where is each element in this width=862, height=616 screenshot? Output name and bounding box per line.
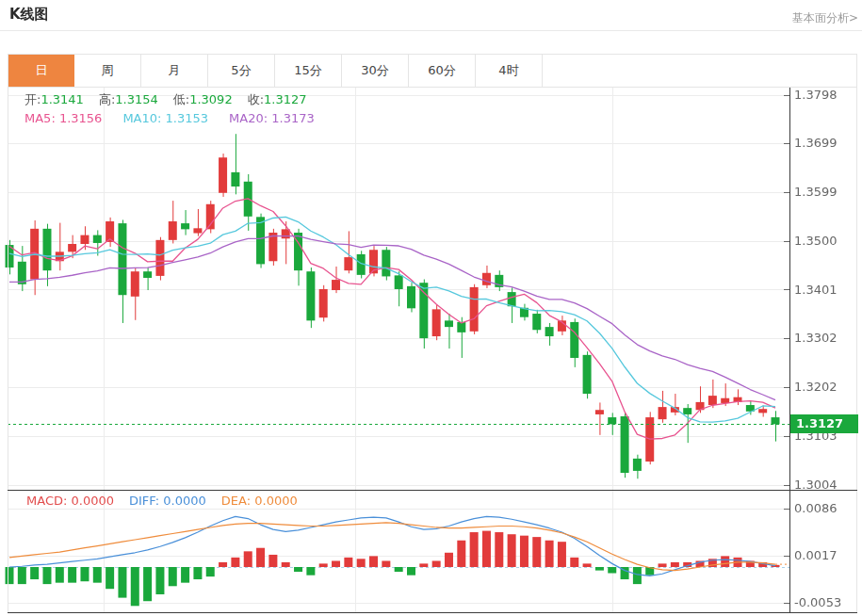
macd-legend: MACD: 0.0000 DIFF: 0.0000 DEA: 0.0000 <box>26 494 313 508</box>
ohlc-low: 低:1.3092 <box>173 91 233 108</box>
price-axis-label: 1.3004 <box>794 478 838 492</box>
ma10-readout: MA10: 1.3153 <box>122 111 208 125</box>
macd-axis-label: 0.0017 <box>794 548 838 562</box>
ma-legend: MA5: 1.3156 MA10: 1.3153 MA20: 1.3173 <box>24 111 335 125</box>
price-axis-label: 1.3699 <box>794 136 838 150</box>
price-axis-label: 1.3401 <box>794 283 838 297</box>
price-axis-label: 1.3302 <box>794 331 838 345</box>
price-axis-label: 1.3202 <box>794 380 838 394</box>
ma20-readout: MA20: 1.3173 <box>229 111 315 125</box>
dea-readout: DEA: 0.0000 <box>221 494 298 508</box>
tab-week[interactable]: 周 <box>74 55 141 87</box>
diff-readout: DIFF: 0.0000 <box>129 494 206 508</box>
ohlc-open: 开:1.3141 <box>24 91 84 108</box>
tab-5min[interactable]: 5分 <box>208 55 275 87</box>
kline-widget: K线图 基本面分析> 日 周 月 5分 15分 30分 60分 4时 开:1.3… <box>0 0 862 616</box>
macd-axis-label: -0.0053 <box>794 595 841 609</box>
fundamental-analysis-link[interactable]: 基本面分析> <box>792 10 858 26</box>
macd-axis-label: 0.0086 <box>794 501 838 515</box>
tab-4hour[interactable]: 4时 <box>476 55 543 87</box>
price-axis-label: 1.3500 <box>794 234 838 248</box>
price-axis-label: 1.3798 <box>794 88 838 102</box>
ma5-readout: MA5: 1.3156 <box>24 111 102 125</box>
ohlc-close: 收:1.3127 <box>248 91 307 108</box>
tab-month[interactable]: 月 <box>141 55 208 87</box>
ohlc-legend: 开:1.3141 高:1.3154 低:1.3092 收:1.3127 <box>24 91 322 108</box>
macd-readout: MACD: 0.0000 <box>26 494 114 508</box>
page-title: K线图 <box>9 6 49 24</box>
price-axis-label: 1.3599 <box>794 185 838 199</box>
ohlc-high: 高:1.3154 <box>99 91 158 108</box>
tab-day[interactable]: 日 <box>8 55 74 87</box>
tab-15min[interactable]: 15分 <box>275 55 342 87</box>
period-tabstrip: 日 周 月 5分 15分 30分 60分 4时 <box>8 54 857 88</box>
current-price-tag: 1.3127 <box>790 414 858 433</box>
tab-60min[interactable]: 60分 <box>409 55 476 87</box>
header-divider <box>0 30 862 31</box>
tab-30min[interactable]: 30分 <box>342 55 409 87</box>
